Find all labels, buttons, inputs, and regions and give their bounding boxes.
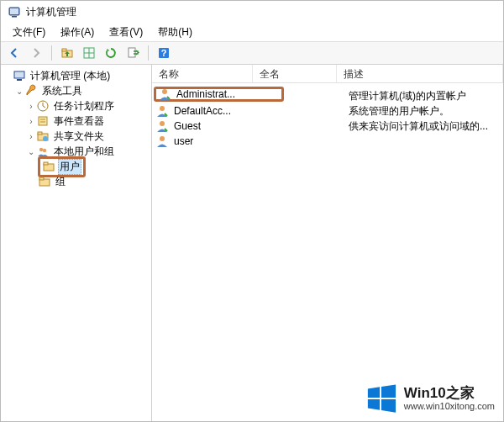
toolbar: ?	[1, 41, 503, 65]
back-button[interactable]	[4, 44, 24, 62]
folder-icon	[38, 175, 51, 188]
forward-button[interactable]	[26, 44, 46, 62]
tree-pane: 计算机管理 (本地) ⌄ 系统工具 › 任务计划程序 › 事件查看器 › 共享文…	[1, 65, 152, 421]
user-icon	[155, 135, 169, 148]
chevron-right-icon[interactable]: ›	[26, 117, 36, 126]
tree-system-tools[interactable]: ⌄ 系统工具	[14, 83, 150, 98]
svg-rect-8	[129, 48, 135, 57]
watermark-url: www.win10xitong.com	[404, 401, 495, 411]
help-button[interactable]: ?	[154, 44, 174, 62]
svg-rect-25	[39, 177, 44, 180]
refresh-button[interactable]	[101, 44, 121, 62]
svg-rect-1	[12, 16, 17, 18]
tree-task-scheduler[interactable]: › 任务计划程序	[26, 98, 150, 113]
svg-rect-23	[44, 162, 48, 165]
svg-point-26	[162, 89, 167, 94]
watermark-brand: Win10之家	[404, 386, 495, 402]
desc-line-0: 管理计算机(域)的内置帐户	[349, 88, 500, 103]
show-hide-button[interactable]	[79, 44, 99, 62]
svg-point-21	[43, 149, 46, 152]
svg-point-19	[43, 136, 48, 141]
svg-rect-14	[39, 117, 47, 125]
svg-rect-11	[14, 71, 24, 78]
export-button[interactable]	[123, 44, 143, 62]
tree-event-viewer[interactable]: › 事件查看器	[26, 113, 150, 129]
desc-line-1: 系统管理的用户帐户。	[349, 103, 500, 119]
menu-view[interactable]: 查看(V)	[102, 24, 150, 40]
menu-help[interactable]: 帮助(H)	[151, 24, 199, 40]
svg-rect-12	[17, 79, 22, 81]
chevron-down-icon[interactable]: ⌄	[14, 87, 24, 96]
tree-users[interactable]: 用户	[38, 159, 150, 174]
column-fullname[interactable]: 全名	[253, 65, 337, 82]
svg-rect-2	[10, 8, 18, 14]
shared-folder-icon	[36, 129, 50, 143]
list-pane: 名称 全名 描述 Administrat... DefaultAcc... Gu…	[152, 65, 503, 421]
svg-point-27	[160, 106, 165, 111]
tree-root[interactable]: 计算机管理 (本地)	[3, 68, 150, 83]
svg-rect-18	[38, 132, 42, 135]
column-name[interactable]: 名称	[152, 65, 253, 82]
menu-action[interactable]: 操作(A)	[54, 24, 101, 40]
svg-text:?: ?	[161, 48, 167, 58]
chevron-right-icon[interactable]: ›	[26, 102, 36, 111]
watermark: Win10之家 www.win10xitong.com	[365, 382, 495, 414]
svg-rect-4	[62, 49, 66, 51]
list-header: 名称 全名 描述	[152, 65, 503, 83]
tree-shared-folders[interactable]: › 共享文件夹	[26, 129, 150, 144]
folder-icon	[42, 160, 55, 173]
computer-icon	[13, 69, 26, 82]
event-icon	[36, 114, 50, 128]
clock-icon	[36, 99, 50, 113]
toolbar-separator-2	[148, 45, 149, 61]
column-description[interactable]: 描述	[337, 65, 503, 82]
chevron-right-icon[interactable]: ›	[26, 132, 36, 141]
window: 计算机管理 文件(F) 操作(A) 查看(V) 帮助(H) ?	[0, 0, 504, 422]
svg-point-28	[160, 121, 165, 126]
tools-icon	[24, 84, 38, 98]
content: 计算机管理 (本地) ⌄ 系统工具 › 任务计划程序 › 事件查看器 › 共享文…	[1, 65, 503, 421]
toolbar-separator	[51, 45, 52, 61]
window-title: 计算机管理	[26, 5, 76, 19]
svg-point-29	[160, 136, 165, 141]
user-icon	[158, 87, 171, 101]
menu-file[interactable]: 文件(F)	[6, 24, 52, 40]
list-row-user[interactable]: user	[152, 134, 503, 149]
windows-logo-icon	[365, 382, 397, 414]
user-icon	[155, 104, 169, 118]
app-icon	[8, 5, 21, 18]
desc-line-2: 供来宾访问计算机或访问域的...	[349, 119, 500, 134]
description-area: 管理计算机(域)的内置帐户 系统管理的用户帐户。 供来宾访问计算机或访问域的..…	[349, 88, 500, 134]
up-button[interactable]	[57, 44, 77, 62]
chevron-down-icon[interactable]: ⌄	[26, 147, 36, 156]
list-row-administrator[interactable]: Administrat...	[154, 87, 284, 102]
menubar: 文件(F) 操作(A) 查看(V) 帮助(H)	[1, 23, 503, 41]
tree-groups[interactable]: 组	[38, 174, 150, 189]
user-icon	[155, 119, 169, 133]
titlebar: 计算机管理	[1, 1, 503, 23]
svg-point-20	[39, 148, 43, 151]
